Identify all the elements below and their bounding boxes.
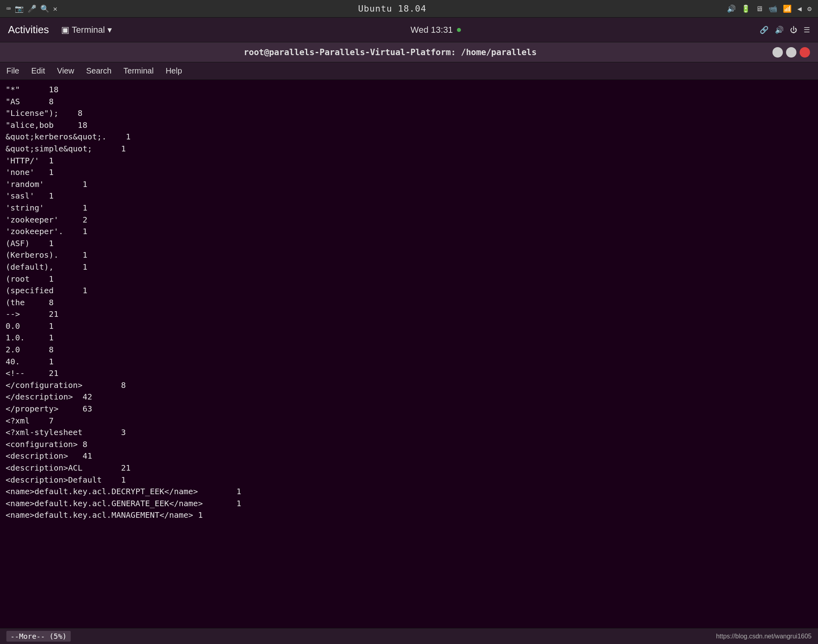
monitor-icon: 🖥	[756, 4, 763, 13]
table-row: (specified 1	[6, 285, 812, 297]
table-row: (ASF) 1	[6, 238, 812, 250]
table-row: 'sasl' 1	[6, 190, 812, 202]
terminal-icon: ▣	[61, 25, 69, 35]
table-row: 0.0 1	[6, 320, 812, 332]
table-row: (Kerberos). 1	[6, 249, 812, 261]
table-row: <description>Default 1	[6, 474, 812, 486]
status-url: https://blog.csdn.net/wangrui1605	[716, 633, 812, 640]
table-row: </configuration> 8	[6, 380, 812, 392]
table-row: <?xml-stylesheet 3	[6, 427, 812, 439]
table-row: </property> 63	[6, 403, 812, 415]
table-row: <!-- 21	[6, 368, 812, 380]
table-row: (the 8	[6, 297, 812, 309]
table-row: "*" 18	[6, 84, 812, 96]
volume-bar-icon: 🔊	[775, 26, 784, 34]
menu-file[interactable]: File	[6, 66, 19, 76]
menu-search[interactable]: Search	[86, 66, 111, 76]
table-row: 'HTTP/' 1	[6, 155, 812, 167]
wifi-icon: 📶	[783, 4, 792, 13]
table-row: <description>ACL 21	[6, 462, 812, 474]
activities-bar: Activities ▣ Terminal ▾ Wed 13:31 🔗 🔊 ⏻ …	[0, 18, 818, 42]
close-button[interactable]	[800, 47, 810, 58]
keyboard-icon: ⌨	[6, 4, 11, 13]
table-row: (root 1	[6, 273, 812, 285]
arrows-icon: ◀	[797, 4, 802, 13]
terminal-menu[interactable]: ▣ Terminal ▾	[61, 25, 112, 35]
menu-bar: File Edit View Search Terminal Help	[0, 62, 818, 80]
table-row: <?xml 7	[6, 415, 812, 427]
more-indicator: --More-- (5%)	[6, 631, 71, 642]
system-bar-right: 🔊 🔋 🖥 📹 📶 ◀ ⚙	[727, 4, 812, 13]
minimize-button[interactable]	[772, 47, 783, 58]
table-row: <name>default.key.acl.DECRYPT_EEK</name>…	[6, 486, 812, 498]
system-title: Ubuntu 18.04	[358, 4, 427, 14]
table-row: &quot;simple&quot; 1	[6, 143, 812, 155]
battery-icon: 🔋	[741, 4, 750, 13]
menu-view[interactable]: View	[57, 66, 74, 76]
status-dot	[457, 28, 461, 32]
table-row: 40. 1	[6, 356, 812, 368]
table-row: (default), 1	[6, 261, 812, 273]
table-row: <name>default.key.acl.GENERATE_EEK</name…	[6, 498, 812, 510]
system-bar-left: ⌨ 📷 🎤 🔍 ✕	[6, 4, 58, 13]
power-icon: ⏻	[790, 26, 797, 34]
status-bar: --More-- (5%) https://blog.csdn.net/wang…	[0, 628, 818, 644]
table-row: 'none' 1	[6, 167, 812, 179]
menu-terminal[interactable]: Terminal	[123, 66, 154, 76]
dropdown-arrow-icon: ▾	[107, 25, 112, 35]
search-sys-icon: 🔍	[40, 4, 49, 13]
table-row: "alice,bob 18	[6, 119, 812, 131]
table-row: <configuration> 8	[6, 439, 812, 451]
video-icon: 📹	[768, 4, 777, 13]
window-controls	[772, 47, 810, 58]
volume-icon: 🔊	[727, 4, 736, 13]
table-row: 'zookeeper'. 1	[6, 226, 812, 238]
activities-center: Wed 13:31	[124, 25, 748, 35]
table-row: <description> 41	[6, 450, 812, 462]
menu-help[interactable]: Help	[166, 66, 182, 76]
table-row: "License"); 8	[6, 107, 812, 119]
window-title: root@parallels-Parallels-Virtual-Platfor…	[244, 48, 536, 57]
table-row: 'random' 1	[6, 179, 812, 191]
network-icon: 🔗	[760, 26, 768, 34]
table-row: <name>default.key.acl.MANAGEMENT</name> …	[6, 509, 812, 521]
table-row: 'zookeeper' 2	[6, 214, 812, 226]
table-row: 2.0 8	[6, 344, 812, 356]
mic-icon: 🎤	[28, 4, 36, 13]
activities-label[interactable]: Activities	[8, 24, 49, 36]
table-row: 1.0. 1	[6, 332, 812, 344]
table-row: 'string' 1	[6, 202, 812, 214]
table-row: "AS 8	[6, 96, 812, 108]
table-row: &quot;kerberos&quot;. 1	[6, 131, 812, 143]
system-bar: ⌨ 📷 🎤 🔍 ✕ Ubuntu 18.04 🔊 🔋 🖥 📹 📶 ◀ ⚙	[0, 0, 818, 18]
cross-icon: ✕	[53, 4, 58, 13]
table-row: --> 21	[6, 308, 812, 320]
title-bar: root@parallels-Parallels-Virtual-Platfor…	[0, 42, 818, 62]
menu-icon: ☰	[804, 26, 810, 34]
datetime-label: Wed 13:31	[411, 25, 453, 35]
table-row: </description> 42	[6, 391, 812, 403]
maximize-button[interactable]	[786, 47, 796, 58]
camera-icon: 📷	[15, 4, 24, 13]
menu-edit[interactable]: Edit	[31, 66, 45, 76]
terminal-label: Terminal	[72, 25, 105, 35]
terminal-content: "*" 18"AS 8"License"); 8"alice,bob 18&qu…	[0, 80, 818, 628]
settings-icon: ⚙	[807, 4, 812, 13]
activities-right: 🔗 🔊 ⏻ ☰	[760, 26, 810, 34]
